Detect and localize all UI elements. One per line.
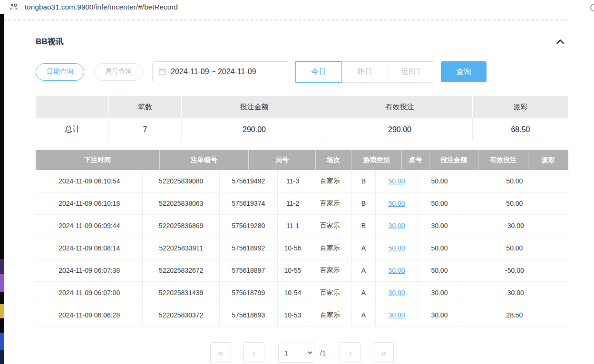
table-row: 2024-11-09 06:07:00522025831439575618799… (36, 282, 568, 304)
summary-header-row: 笔数 投注金额 有效投注 派彩 (36, 96, 568, 118)
quick-last8days-button[interactable]: 近8日 (388, 61, 434, 83)
cell-bet-id: 522025831439 (143, 282, 219, 304)
panel-title: BB视讯 (36, 36, 64, 47)
pagination: « ‹ 1 /1 › » (36, 342, 568, 363)
header-session: 场次 (316, 150, 351, 170)
cell-payout: 50.00 (461, 237, 568, 259)
cell-time: 2024-11-09 06:10:18 (36, 192, 143, 215)
cell-session: 11-1 (278, 215, 309, 237)
table-row: 2024-11-09 06:10:18522025838063575619374… (36, 192, 568, 215)
cell-table-no: A (352, 259, 376, 282)
summary-total-label: 总计 (36, 118, 109, 141)
quick-today-button[interactable]: 今日 (295, 61, 342, 83)
cell-bet-id: 522025839080 (143, 170, 219, 192)
cell-table-no: A (352, 304, 376, 326)
tab-round-query[interactable]: 局号查询 (94, 63, 143, 81)
cell-bet-id: 522025836869 (143, 215, 219, 237)
cell-game-type: 百家乐 (308, 282, 352, 304)
cell-round-id: 575618992 (220, 237, 278, 259)
cell-table-no: A (352, 282, 376, 304)
cell-payout: -30.00 (461, 282, 568, 304)
quick-yesterday-button[interactable]: 昨日 (341, 61, 388, 83)
cell-valid-bet: 50.00 (418, 237, 461, 259)
header-round-id: 局号 (249, 150, 316, 170)
browser-address-bar[interactable]: tongbao31.com:9900/infe/mcenter/#/betRec… (0, 0, 594, 14)
cell-valid-bet: 50.00 (418, 170, 461, 192)
browser-profile-icon[interactable] (10, 3, 18, 11)
cell-round-id: 575618799 (220, 282, 278, 304)
cell-time: 2024-11-09 06:08:14 (36, 237, 143, 259)
cell-session: 11-3 (278, 170, 309, 192)
cell-round-id: 575618693 (220, 304, 278, 326)
cell-bet-amount: 30.00 (376, 304, 418, 326)
filter-row: 日期查询 局号查询 2024-11-09 ~ 2024-11-09 今日 昨日 … (36, 61, 568, 83)
table-row: 2024-11-09 06:10:54522025839080575619492… (36, 170, 568, 192)
cell-valid-bet: 30.00 (418, 215, 461, 237)
date-range-picker[interactable]: 2024-11-09 ~ 2024-11-09 (152, 61, 289, 82)
cell-payout: -30.00 (461, 215, 568, 237)
bet-amount-link[interactable]: 30.00 (389, 289, 405, 297)
cell-payout: -50.00 (461, 259, 568, 282)
panel-header: BB视讯 (36, 34, 568, 48)
cell-session: 10-55 (278, 259, 309, 282)
prev-page-button[interactable]: ‹ (243, 342, 264, 363)
cell-session: 10-53 (278, 304, 309, 326)
bet-table-body: 2024-11-09 06:10:54522025839080575619492… (36, 170, 568, 326)
bet-table-header-row: 下注时间 注单编号 局号 场次 游戏类别 桌号 投注金额 有效投注 派彩 (36, 150, 568, 170)
cell-valid-bet: 50.00 (418, 259, 461, 282)
bet-amount-link[interactable]: 30.00 (389, 311, 405, 319)
cell-game-type: 百家乐 (308, 259, 352, 282)
strip-segment (0, 304, 4, 318)
tab-date-query[interactable]: 日期查询 (36, 63, 84, 81)
cell-bet-id: 522025833911 (143, 237, 219, 259)
bet-amount-link[interactable]: 50.00 (389, 267, 405, 274)
strip-segment (0, 333, 4, 350)
header-bet-time: 下注时间 (36, 150, 160, 170)
cell-table-no: A (352, 237, 376, 259)
cell-bet-id: 522025830372 (143, 304, 219, 326)
background-page-strip (0, 14, 4, 364)
cell-round-id: 575619374 (220, 192, 278, 215)
bet-record-panel: BB视讯 日期查询 局号查询 2024-11-09 ~ 2024-11-09 今… (36, 29, 568, 363)
calendar-icon (158, 68, 166, 76)
cell-payout: 50.00 (461, 192, 568, 215)
bet-amount-link[interactable]: 50.00 (389, 244, 405, 252)
cell-valid-bet: 50.00 (418, 192, 461, 215)
cell-game-type: 百家乐 (308, 215, 352, 237)
table-row: 2024-11-09 06:06:28522025830372575618693… (36, 304, 568, 326)
bet-amount-link[interactable]: 50.00 (389, 200, 405, 207)
header-bet-amount: 投注金额 (429, 150, 478, 170)
collapse-chevron-icon[interactable] (556, 39, 565, 44)
next-page-button[interactable]: › (340, 342, 360, 363)
summary-total-payout: 68.50 (473, 118, 568, 141)
cell-payout: 50.00 (461, 170, 568, 192)
cell-table-no: B (352, 170, 376, 192)
cell-round-id: 575619492 (220, 170, 278, 192)
bet-record-table: 下注时间 注单编号 局号 场次 游戏类别 桌号 投注金额 有效投注 派彩 202… (36, 150, 568, 326)
last-page-button[interactable]: » (373, 342, 394, 363)
dashed-separator (4, 19, 567, 20)
cell-bet-id: 522025832672 (143, 259, 219, 282)
summary-total-valid-bet: 290.00 (327, 118, 473, 141)
cell-bet-amount: 50.00 (376, 259, 418, 282)
strip-segment (0, 350, 4, 364)
cell-valid-bet: 30.00 (418, 282, 461, 304)
cell-session: 11-2 (278, 192, 309, 215)
quick-date-group: 今日 昨日 近8日 (295, 61, 434, 83)
first-page-button[interactable]: « (210, 342, 231, 363)
cell-session: 10-54 (278, 282, 309, 304)
summary-total-count: 7 (109, 118, 182, 141)
cell-bet-amount: 50.00 (376, 192, 418, 215)
search-button[interactable]: 查询 (441, 61, 487, 82)
date-range-value: 2024-11-09 ~ 2024-11-09 (171, 67, 256, 76)
cell-game-type: 百家乐 (308, 192, 352, 215)
cell-bet-amount: 50.00 (376, 170, 418, 192)
url-text[interactable]: tongbao31.com:9900/infe/mcenter/#/betRec… (25, 3, 178, 11)
bet-amount-link[interactable]: 50.00 (389, 177, 405, 185)
cell-round-id: 575618897 (220, 259, 278, 282)
bet-amount-link[interactable]: 30.00 (389, 222, 405, 230)
cell-game-type: 百家乐 (308, 237, 352, 259)
page-select[interactable]: 1 (278, 343, 314, 363)
cell-time: 2024-11-09 06:07:00 (36, 282, 143, 304)
cell-time: 2024-11-09 06:10:54 (36, 170, 143, 192)
